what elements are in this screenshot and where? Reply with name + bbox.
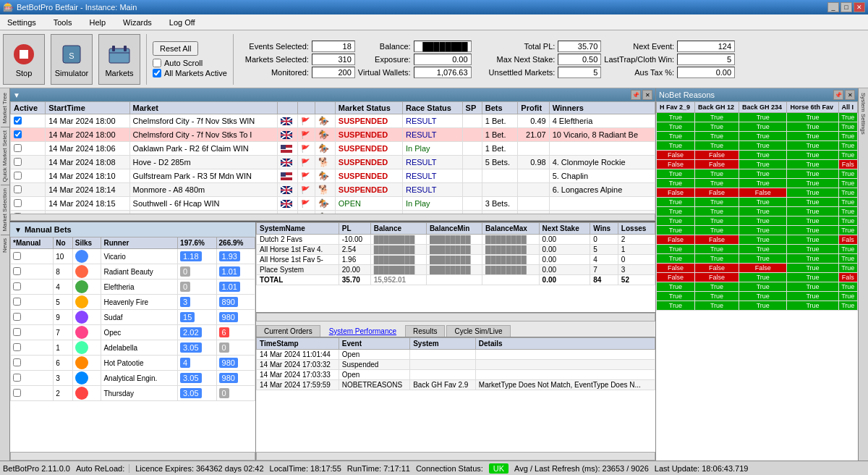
auto-scroll-label: Auto Scroll [164, 59, 203, 67]
cell-active [11, 169, 46, 183]
sys-pl: 2.54 [339, 245, 370, 255]
log-scrollbar[interactable] [256, 452, 655, 461]
nobet-cell: True [657, 132, 695, 141]
nobet-cell: True [657, 254, 695, 264]
nobet-cell: True [657, 226, 695, 235]
nobet-cell: True [838, 188, 857, 198]
nobet-cell: False [657, 273, 695, 282]
auto-scroll-checkbox[interactable] [153, 59, 161, 67]
bets-table-row[interactable]: 5 Heavenly Fire 3 890 [11, 295, 255, 310]
cell-manual [11, 249, 54, 264]
all-markets-active-checkbox[interactable] [153, 69, 161, 77]
tab-results[interactable]: Results [405, 325, 445, 337]
tab-current-orders[interactable]: Current Orders [256, 325, 320, 337]
markets-button[interactable]: Markets [98, 34, 140, 85]
systems-table-row: All Horse 1st Fav 5- 1.96 ████████ █████… [257, 255, 655, 265]
market-table-row[interactable]: 14 Mar 2024 18:06 Oaklawn Park - R2 6f C… [11, 142, 655, 156]
nobet-cell: True [838, 245, 857, 254]
bets-table-row[interactable]: 7 Opec 2.02 6 [11, 325, 255, 340]
menu-help[interactable]: Help [85, 17, 110, 28]
tab-system-performance[interactable]: System Performance [322, 326, 404, 337]
sys-nextstake: 0.00 [539, 245, 590, 255]
nobet-pin-button[interactable]: 📌 [833, 90, 843, 100]
nobet-close-button[interactable]: ✕ [845, 90, 855, 100]
panel-close-button[interactable]: ✕ [642, 90, 652, 100]
bets-table-row[interactable]: 6 Hot Patootie 4 980 [11, 356, 255, 371]
minimize-button[interactable]: _ [827, 2, 839, 12]
cell-racetype: 🏇 [315, 128, 336, 142]
balance-label: Balance: [358, 42, 411, 51]
bets-scrollbar[interactable] [10, 452, 255, 461]
lasttrap-label: LastTrap/Cloth Win: [604, 55, 674, 64]
cell-manual [11, 279, 54, 295]
sys-pl: 1.96 [339, 255, 370, 265]
local-time-label: LocalTime: 18:17:55 [270, 464, 341, 473]
simulator-button[interactable]: S Simulator [51, 34, 93, 85]
nobet-cell: True [787, 301, 838, 311]
sys-balmin: ████████ [426, 265, 482, 275]
cell-no: 4 [54, 279, 73, 295]
bets-table-row[interactable]: 10 Vicario 1.18 1.93 [11, 249, 255, 264]
panel-pin-button[interactable]: 📌 [631, 90, 641, 100]
menu-tools[interactable]: Tools [49, 17, 77, 28]
bets-table-row[interactable]: 2 Thursday 3.05 0 [11, 386, 255, 401]
log-timestamp: 14 Mar 2024 17:03:33 [257, 370, 339, 380]
nobet-cell: True [787, 254, 838, 264]
cell-racetype: 🏇 [315, 114, 336, 128]
cell-market: Hove - D2 285m [129, 156, 277, 169]
menu-logoff[interactable]: Log Off [165, 17, 200, 28]
stop-button[interactable]: Stop [3, 34, 45, 85]
cell-silk [72, 279, 101, 295]
reset-all-button[interactable]: Reset All [153, 41, 198, 56]
nobet-cell: True [787, 292, 838, 301]
bets-table-row[interactable]: 1 Adelabella 3.05 0 [11, 340, 255, 356]
nobet-table-row: TrueTrueTrueTrueTrue [657, 292, 858, 301]
market-table-row[interactable]: 14 Mar 2024 18:00 Chelmsford City - 7f N… [11, 114, 655, 128]
title-bar: 🎰 BetBotPro Betfair - Instance: Main _ □… [0, 0, 868, 14]
market-table-row[interactable]: 14 Mar 2024 18:14 Monmore - A8 480m 🚩 🐕 … [11, 183, 655, 197]
nobet-cell: False [694, 160, 739, 169]
bets-table-row[interactable]: 3 Analytical Engin. 3.05 980 [11, 371, 255, 386]
app-icon: 🎰 [3, 2, 14, 12]
max-next-stake-value: 0.50 [558, 54, 601, 65]
cell-datetime: 14 Mar 2024 18:00 [46, 114, 129, 128]
log-details [475, 350, 655, 360]
sys-col-losses: Losses [618, 223, 655, 235]
menu-settings[interactable]: Settings [3, 17, 41, 28]
total-pl-label: Total PL: [489, 42, 556, 51]
cell-market: Chelmsford City - 7f Nov Stks To I [129, 128, 277, 142]
menu-wizards[interactable]: Wizards [119, 17, 156, 28]
tab-cycle-sim[interactable]: Cycle Sim/Live [446, 325, 510, 337]
cell-no: 9 [54, 310, 73, 325]
market-table-row[interactable]: 14 Mar 2024 18:10 Gulfstream Park - R3 5… [11, 169, 655, 183]
cell-profit [518, 183, 549, 197]
market-table-row[interactable]: 14 Mar 2024 18:00 Chelmsford City - 7f N… [11, 128, 655, 142]
cell-silk [72, 264, 101, 279]
bets-table-row[interactable]: 4 Eleftheria 0 1.01 [11, 279, 255, 295]
cell-val2: 0 [216, 340, 255, 356]
market-select-label: Market Selection [0, 187, 9, 233]
market-table-scrollbar[interactable] [10, 214, 655, 221]
col-flag2 [298, 102, 315, 114]
cell-silk [72, 249, 101, 264]
cell-silk [72, 371, 101, 386]
systems-scrollbar[interactable] [256, 313, 655, 321]
close-button[interactable]: ✕ [854, 2, 865, 12]
nobet-cell: True [694, 245, 739, 254]
cell-active [11, 114, 46, 128]
bets-table-row[interactable]: 8 Radiant Beauty 0 1.01 [11, 264, 255, 279]
nobet-cell: True [694, 282, 739, 292]
status-bar: BetBotPro 2.11.0.0 Auto ReLoad: Licence … [0, 461, 868, 475]
market-table-row[interactable]: 14 Mar 2024 18:08 Hove - D2 285m 🚩 🐕 SUS… [11, 156, 655, 169]
cell-market: Chelmsford City - 7f Nov Stks WIN [129, 114, 277, 128]
sys-wins: 0 [590, 235, 618, 245]
cell-flag [277, 156, 298, 169]
nobet-table-row: FalseFalseTrueTrueFals [657, 160, 858, 169]
sys-wins: 5 [590, 245, 618, 255]
maximize-button[interactable]: □ [841, 2, 852, 12]
nobet-cell: True [838, 169, 857, 179]
market-table-row[interactable]: 14 Mar 2024 18:15 Southwell - 6f Hcap WI… [11, 197, 655, 211]
bets-table-row[interactable]: 9 Sudaf 15 980 [11, 310, 255, 325]
nobet-cell: True [838, 179, 857, 188]
markets-selected-value: 310 [312, 54, 355, 65]
